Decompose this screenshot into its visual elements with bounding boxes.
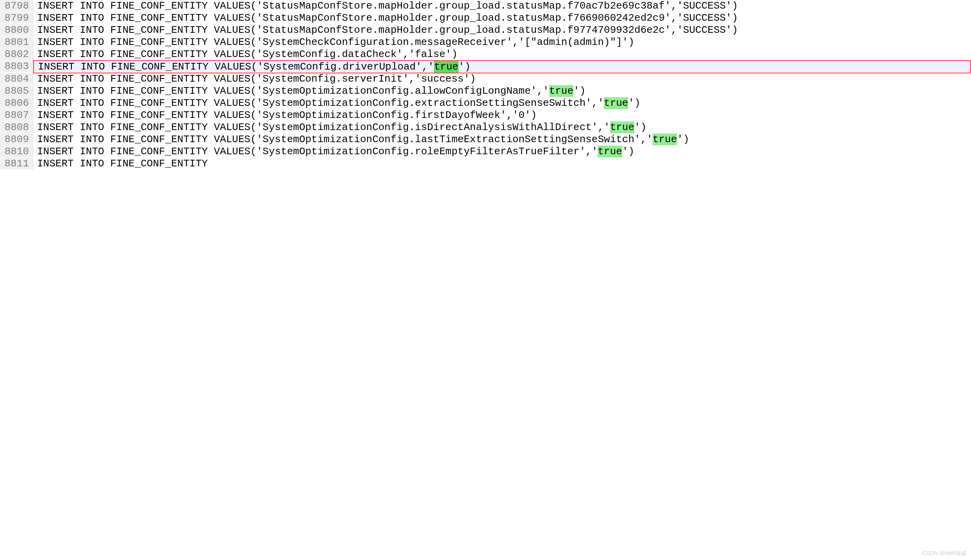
code-content[interactable]: INSERT INTO FINE_CONF_ENTITY VALUES('Sys… bbox=[33, 73, 971, 85]
code-line[interactable]: 8806INSERT INTO FINE_CONF_ENTITY VALUES(… bbox=[0, 97, 971, 109]
code-content[interactable]: INSERT INTO FINE_CONF_ENTITY VALUES('Sta… bbox=[33, 24, 971, 36]
search-match-highlight: true bbox=[549, 85, 573, 97]
line-number: 8798 bbox=[0, 0, 33, 12]
code-content[interactable]: INSERT INTO FINE_CONF_ENTITY VALUES('Sys… bbox=[33, 60, 971, 73]
line-number: 8808 bbox=[0, 121, 33, 133]
line-number: 8810 bbox=[0, 146, 33, 157]
code-line[interactable]: 8805INSERT INTO FINE_CONF_ENTITY VALUES(… bbox=[0, 85, 971, 97]
code-content[interactable]: INSERT INTO FINE_CONF_ENTITY VALUES('Sta… bbox=[33, 12, 971, 24]
line-number: 8799 bbox=[0, 12, 33, 24]
code-content[interactable]: INSERT INTO FINE_CONF_ENTITY VALUES('Sys… bbox=[33, 146, 971, 157]
code-editor[interactable]: 8798INSERT INTO FINE_CONF_ENTITY VALUES(… bbox=[0, 0, 971, 170]
code-content[interactable]: INSERT INTO FINE_CONF_ENTITY VALUES('Sys… bbox=[33, 48, 971, 60]
line-number: 8807 bbox=[0, 109, 33, 121]
code-line[interactable]: 8802INSERT INTO FINE_CONF_ENTITY VALUES(… bbox=[0, 48, 971, 61]
code-line[interactable]: 8807INSERT INTO FINE_CONF_ENTITY VALUES(… bbox=[0, 109, 971, 121]
code-line[interactable]: 8800INSERT INTO FINE_CONF_ENTITY VALUES(… bbox=[0, 24, 971, 36]
code-line[interactable]: 8808INSERT INTO FINE_CONF_ENTITY VALUES(… bbox=[0, 121, 971, 134]
line-number: 8811 bbox=[0, 158, 33, 169]
code-line[interactable]: 8799INSERT INTO FINE_CONF_ENTITY VALUES(… bbox=[0, 12, 971, 24]
line-number: 8800 bbox=[0, 24, 33, 36]
line-number: 8801 bbox=[0, 36, 33, 48]
line-number: 8803 bbox=[0, 61, 33, 72]
code-line[interactable]: 8801INSERT INTO FINE_CONF_ENTITY VALUES(… bbox=[0, 36, 971, 48]
code-content[interactable]: INSERT INTO FINE_CONF_ENTITY VALUES('Sta… bbox=[33, 0, 971, 12]
line-number: 8809 bbox=[0, 134, 33, 145]
code-content[interactable]: INSERT INTO FINE_CONF_ENTITY bbox=[33, 158, 971, 169]
code-line[interactable]: 8809INSERT INTO FINE_CONF_ENTITY VALUES(… bbox=[0, 134, 971, 146]
code-content[interactable]: INSERT INTO FINE_CONF_ENTITY VALUES('Sys… bbox=[33, 97, 971, 109]
line-number: 8804 bbox=[0, 73, 33, 85]
line-number: 8802 bbox=[0, 48, 33, 60]
line-number: 8806 bbox=[0, 97, 33, 109]
search-match-highlight: true bbox=[434, 61, 458, 73]
code-content[interactable]: INSERT INTO FINE_CONF_ENTITY VALUES('Sys… bbox=[33, 134, 971, 145]
search-match-highlight: true bbox=[610, 121, 634, 133]
code-line[interactable]: 8810INSERT INTO FINE_CONF_ENTITY VALUES(… bbox=[0, 146, 971, 158]
code-content[interactable]: INSERT INTO FINE_CONF_ENTITY VALUES('Sys… bbox=[33, 109, 971, 121]
search-match-highlight: true bbox=[598, 146, 622, 157]
code-line[interactable]: 8811INSERT INTO FINE_CONF_ENTITY bbox=[0, 158, 971, 170]
code-content[interactable]: INSERT INTO FINE_CONF_ENTITY VALUES('Sys… bbox=[33, 121, 971, 133]
search-match-highlight: true bbox=[653, 134, 677, 145]
code-content[interactable]: INSERT INTO FINE_CONF_ENTITY VALUES('Sys… bbox=[33, 36, 971, 48]
line-number: 8805 bbox=[0, 85, 33, 97]
code-line[interactable]: 8804INSERT INTO FINE_CONF_ENTITY VALUES(… bbox=[0, 73, 971, 85]
code-content[interactable]: INSERT INTO FINE_CONF_ENTITY VALUES('Sys… bbox=[33, 85, 971, 97]
search-match-highlight: true bbox=[604, 97, 628, 109]
code-line[interactable]: 8798INSERT INTO FINE_CONF_ENTITY VALUES(… bbox=[0, 0, 971, 12]
code-line[interactable]: 8803INSERT INTO FINE_CONF_ENTITY VALUES(… bbox=[0, 61, 971, 73]
